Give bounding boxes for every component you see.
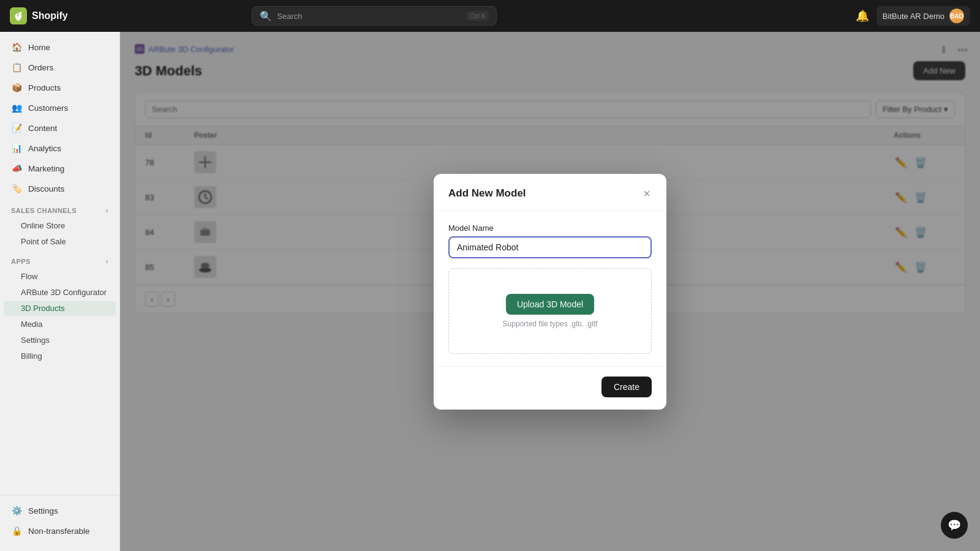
account-badge[interactable]: BitBute AR Demo BAD <box>876 6 970 26</box>
sidebar-item-label: Products <box>28 83 61 92</box>
content-icon: 📝 <box>11 122 22 133</box>
sidebar-item-online-store[interactable]: Online Store <box>4 218 116 233</box>
sidebar-item-settings-app[interactable]: Settings <box>4 332 116 348</box>
account-name: BitBute AR Demo <box>883 12 944 21</box>
sidebar-item-label: Online Store <box>21 221 65 230</box>
sidebar-item-label: Billing <box>21 351 42 361</box>
avatar: BAD <box>949 9 964 23</box>
sidebar-item-3d-products[interactable]: 3D Products <box>4 301 116 316</box>
sidebar-item-billing[interactable]: Billing <box>4 348 116 364</box>
sidebar-item-marketing[interactable]: 📣 Marketing <box>4 159 116 178</box>
sidebar-item-label: Settings <box>21 335 50 345</box>
sidebar-item-label: Home <box>28 43 50 52</box>
sidebar-item-customers[interactable]: 👥 Customers <box>4 98 116 118</box>
chat-icon: 💬 <box>948 519 961 532</box>
topbar: Shopify 🔍 Search Ctrl K 🔔 BitBute AR Dem… <box>0 0 980 32</box>
search-placeholder: Search <box>277 12 461 21</box>
sidebar-item-label: Flow <box>21 272 37 281</box>
sidebar-item-label: Settings <box>28 506 58 515</box>
sidebar-item-content[interactable]: 📝 Content <box>4 118 116 138</box>
topbar-right: 🔔 BitBute AR Demo BAD <box>856 6 970 26</box>
sidebar-item-label: Orders <box>28 63 53 72</box>
sidebar-item-arbute-3d[interactable]: ARBute 3D Configurator <box>4 285 116 300</box>
home-icon: 🏠 <box>11 42 22 53</box>
sidebar-item-settings[interactable]: ⚙️ Settings <box>4 501 116 520</box>
upload-3d-model-button[interactable]: Upload 3D Model <box>506 294 594 315</box>
search-shortcut: Ctrl K <box>466 11 489 21</box>
search-icon: 🔍 <box>260 10 272 22</box>
sidebar-item-media[interactable]: Media <box>4 317 116 332</box>
sales-channels-section: Sales channels › <box>0 199 119 217</box>
sidebar-item-products[interactable]: 📦 Products <box>4 78 116 97</box>
create-button[interactable]: Create <box>601 377 652 397</box>
modal: Add New Model × Model Name Upload 3D Mod… <box>434 174 666 410</box>
sidebar-item-label: Marketing <box>28 164 64 173</box>
expand-icon: › <box>106 257 108 266</box>
modal-header: Add New Model × <box>434 174 666 211</box>
lock-icon: 🔒 <box>11 525 22 536</box>
upload-area[interactable]: Upload 3D Model Supported file types .gl… <box>448 268 652 354</box>
sidebar-item-label: Analytics <box>28 144 61 153</box>
sidebar-item-orders[interactable]: 📋 Orders <box>4 58 116 77</box>
sidebar-bottom: ⚙️ Settings 🔒 Non-transferable <box>0 495 119 551</box>
marketing-icon: 📣 <box>11 163 22 174</box>
modal-footer: Create <box>434 366 666 410</box>
sidebar-item-non-transferable[interactable]: 🔒 Non-transferable <box>4 521 116 541</box>
modal-body: Model Name Upload 3D Model Supported fil… <box>434 211 666 366</box>
model-name-input[interactable] <box>448 236 652 258</box>
modal-close-button[interactable]: × <box>642 186 652 201</box>
orders-icon: 📋 <box>11 62 22 73</box>
search-bar[interactable]: 🔍 Search Ctrl K <box>252 6 497 26</box>
sidebar-item-analytics[interactable]: 📊 Analytics <box>4 138 116 158</box>
upload-hint: Supported file types .glb, .gltf <box>503 320 598 328</box>
sidebar-item-label: Non-transferable <box>28 527 90 536</box>
sidebar-item-label: Customers <box>28 103 68 113</box>
sidebar-item-label: ARBute 3D Configurator <box>21 288 107 297</box>
logo-text: Shopify <box>32 10 68 21</box>
analytics-icon: 📊 <box>11 143 22 154</box>
expand-icon: › <box>106 206 108 215</box>
model-name-label: Model Name <box>448 223 652 233</box>
shopify-icon <box>10 7 27 24</box>
sidebar: 🏠 Home 📋 Orders 📦 Products 👥 Customers 📝… <box>0 32 120 551</box>
sidebar-item-label: Discounts <box>28 184 64 193</box>
modal-title: Add New Model <box>448 187 526 200</box>
sidebar-item-point-of-sale[interactable]: Point of Sale <box>4 234 116 249</box>
sidebar-item-label: Media <box>21 320 42 329</box>
customers-icon: 👥 <box>11 102 22 113</box>
sidebar-item-label: 3D Products <box>21 304 65 313</box>
sidebar-item-home[interactable]: 🏠 Home <box>4 37 116 57</box>
settings-icon: ⚙️ <box>11 505 22 516</box>
sidebar-item-label: Content <box>28 124 57 133</box>
sidebar-item-flow[interactable]: Flow <box>4 269 116 284</box>
apps-section: Apps › <box>0 250 119 268</box>
modal-overlay[interactable]: Add New Model × Model Name Upload 3D Mod… <box>120 32 980 551</box>
sidebar-item-discounts[interactable]: 🏷️ Discounts <box>4 179 116 198</box>
sidebar-nav: 🏠 Home 📋 Orders 📦 Products 👥 Customers 📝… <box>0 32 119 492</box>
sidebar-item-label: Point of Sale <box>21 237 66 246</box>
main-layout: 🏠 Home 📋 Orders 📦 Products 👥 Customers 📝… <box>0 32 980 551</box>
bell-icon[interactable]: 🔔 <box>856 9 869 23</box>
discounts-icon: 🏷️ <box>11 183 22 194</box>
products-icon: 📦 <box>11 82 22 93</box>
content-area: ⬇ ••• 3D ARBute 3D Configurator 3D Model… <box>120 32 980 551</box>
logo[interactable]: Shopify <box>10 7 68 24</box>
chat-bubble[interactable]: 💬 <box>941 512 968 539</box>
